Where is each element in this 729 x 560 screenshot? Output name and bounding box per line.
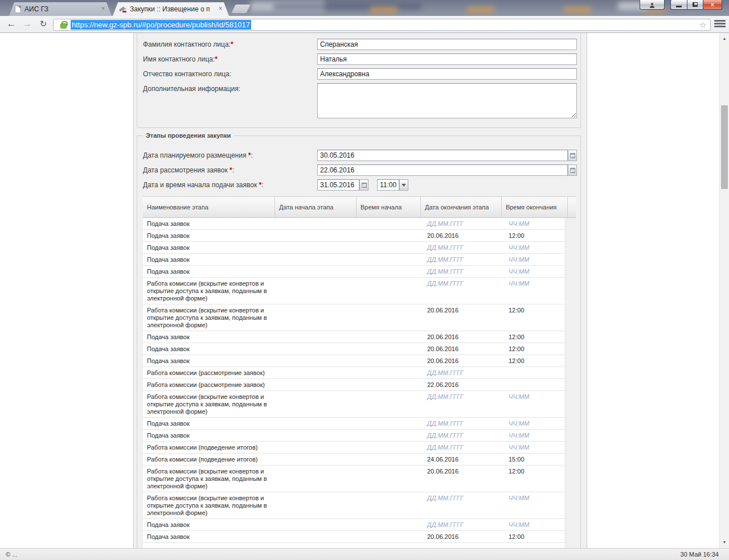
vertical-scrollbar[interactable]: ▲ ▼ bbox=[719, 33, 729, 548]
start-date-cell bbox=[276, 355, 358, 367]
start-time-cell bbox=[358, 519, 423, 530]
table-row[interactable]: Подача заявок ДД.ММ.ГГГГ ЧЧ:ММ bbox=[143, 254, 564, 266]
forward-button[interactable]: → bbox=[21, 17, 34, 31]
window-controls: × bbox=[640, 0, 722, 10]
tab-ais-gz[interactable]: АИС ГЗ × bbox=[9, 2, 112, 16]
back-button[interactable]: ← bbox=[5, 17, 18, 31]
new-tab-button[interactable] bbox=[232, 5, 251, 13]
column-header[interactable]: Дата окончания этапа bbox=[421, 197, 502, 217]
start-time-cell bbox=[358, 278, 423, 304]
firstname-field[interactable] bbox=[317, 53, 577, 65]
table-row[interactable]: Работа комиссии (вскрытие конвертов и от… bbox=[143, 391, 564, 418]
column-header[interactable]: Время начала bbox=[357, 197, 421, 217]
address-bar[interactable]: https://new.gz-spb.ru/#po/procedure/publ… bbox=[53, 19, 711, 31]
close-icon: × bbox=[711, 2, 714, 8]
window-titlebar: АИС ГЗ × Закупки :: Извещение о п × × bbox=[0, 0, 729, 16]
stage-name-cell: Работа комиссии (подведение итогов) bbox=[143, 442, 276, 453]
start-date-cell bbox=[276, 266, 358, 277]
table-row[interactable] bbox=[143, 543, 564, 548]
table-row[interactable]: Подача заявок ДД.ММ.ГГГГ ЧЧ:ММ bbox=[143, 242, 564, 254]
end-date-cell: ДД.ММ.ГГГГ bbox=[423, 418, 505, 429]
table-row[interactable]: Подача заявок 20.06.2016 12:00 bbox=[143, 331, 564, 343]
scroll-down-icon[interactable]: ▼ bbox=[720, 538, 729, 547]
calendar-trigger-button[interactable] bbox=[568, 150, 577, 161]
start-time-cell bbox=[358, 391, 423, 417]
end-date-cell bbox=[423, 543, 505, 548]
chevron-down-icon bbox=[402, 184, 406, 187]
scroll-up-icon[interactable]: ▲ bbox=[720, 34, 729, 43]
stage-name-cell: Подача заявок bbox=[143, 218, 276, 229]
table-row[interactable]: Подача заявок 20.06.2016 12:00 bbox=[143, 230, 564, 242]
end-time-cell: ЧЧ:ММ bbox=[505, 391, 564, 417]
middlename-field[interactable] bbox=[317, 68, 577, 80]
calendar-trigger-button[interactable] bbox=[359, 179, 368, 191]
lastname-field[interactable] bbox=[317, 39, 577, 50]
table-row[interactable]: Работа комиссии (вскрытие конвертов и от… bbox=[143, 304, 564, 331]
tab-close-icon[interactable]: × bbox=[216, 5, 224, 13]
start-date-cell bbox=[276, 331, 358, 343]
table-row[interactable]: Подача заявок ДД.ММ.ГГГГ ЧЧ:ММ bbox=[143, 519, 564, 531]
table-row[interactable]: Работа комиссии (вскрытие конвертов и от… bbox=[143, 492, 564, 519]
column-header[interactable]: Наименование этапа bbox=[143, 197, 275, 217]
stage-name-cell: Подача заявок bbox=[143, 430, 276, 441]
column-header[interactable]: Время окончания bbox=[502, 197, 568, 217]
maximize-button[interactable] bbox=[687, 0, 703, 10]
tab-close-icon[interactable]: × bbox=[99, 5, 107, 13]
stage-name-cell: Подача заявок bbox=[143, 230, 276, 241]
table-row[interactable]: Подача заявок ДД.ММ.ГГГГ ЧЧ:ММ bbox=[143, 418, 564, 430]
close-window-button[interactable]: × bbox=[703, 0, 722, 10]
field-label: Имя контактного лица:* bbox=[143, 55, 218, 63]
table-row[interactable]: Подача заявок 20.06.2016 12:00 bbox=[143, 355, 564, 367]
start-time-cell bbox=[358, 442, 423, 453]
start-time-cell bbox=[358, 418, 423, 429]
end-date-cell: ДД.ММ.ГГГГ bbox=[423, 391, 505, 417]
bookmark-star-icon[interactable]: ☆ bbox=[699, 20, 708, 30]
time-dropdown-button[interactable] bbox=[399, 179, 408, 191]
table-row[interactable]: Подача заявок ДД.ММ.ГГГГ ЧЧ:ММ bbox=[143, 430, 564, 442]
column-header[interactable]: Дата начала этапа bbox=[275, 197, 357, 217]
table-row[interactable]: Работа комиссии (подведение итогов) ДД.М… bbox=[143, 442, 564, 454]
profile-button[interactable] bbox=[640, 0, 665, 10]
end-time-cell bbox=[505, 379, 564, 390]
browser-toolbar: ← → ↻ https://new.gz-spb.ru/#po/procedur… bbox=[0, 16, 729, 33]
reload-button[interactable]: ↻ bbox=[36, 17, 50, 31]
gavel-favicon-icon bbox=[118, 5, 126, 13]
planned-placement-date-field[interactable] bbox=[317, 150, 568, 161]
calendar-icon bbox=[362, 183, 367, 188]
calendar-trigger-button[interactable] bbox=[568, 164, 577, 176]
stage-name-cell: Работа комиссии (подведение итогов) bbox=[143, 454, 276, 465]
start-time-select[interactable] bbox=[377, 179, 399, 191]
table-row[interactable]: Подача заявок 20.06.2016 12:00 bbox=[143, 343, 564, 355]
start-date-cell bbox=[276, 531, 358, 542]
titlebar-blur-artifact bbox=[467, 6, 494, 14]
table-row[interactable]: Работа комиссии (подведение итогов) 24.0… bbox=[143, 454, 564, 466]
end-time-cell: 12:00 bbox=[505, 466, 564, 492]
table-row[interactable]: Подача заявок 20.06.2016 12:00 bbox=[143, 531, 564, 543]
review-date-field[interactable] bbox=[317, 164, 568, 176]
table-row[interactable]: Работа комиссии (вскрытие конвертов и от… bbox=[143, 278, 564, 304]
additional-info-field[interactable] bbox=[317, 83, 577, 118]
form-panel: Фамилия контактного лица:* Имя контактно… bbox=[133, 33, 587, 548]
url-text-selected[interactable]: https://new.gz-spb.ru/#po/procedure/publ… bbox=[71, 20, 251, 30]
end-date-cell: 20.06.2016 bbox=[423, 304, 505, 331]
table-row[interactable]: Подача заявок ДД.ММ.ГГГГ ЧЧ:ММ bbox=[143, 218, 564, 230]
end-time-cell: ЧЧ:ММ bbox=[505, 430, 564, 441]
start-date-cell bbox=[276, 492, 358, 518]
end-time-cell: 12:00 bbox=[505, 343, 564, 355]
end-date-cell: 20.06.2016 bbox=[423, 331, 505, 343]
minimize-button[interactable] bbox=[670, 0, 687, 10]
stage-name-cell: Подача заявок bbox=[143, 254, 276, 265]
menu-hamburger-icon[interactable] bbox=[714, 20, 726, 29]
start-time-cell bbox=[358, 304, 423, 331]
stage-name-cell: Подача заявок bbox=[143, 355, 276, 367]
scrollbar-thumb[interactable] bbox=[721, 105, 728, 189]
table-row[interactable]: Работа комиссии (рассмотрение заявок) 22… bbox=[143, 379, 564, 391]
start-date-field[interactable] bbox=[317, 179, 359, 191]
end-time-cell: ЧЧ:ММ bbox=[505, 442, 564, 453]
tab-zakupki-active[interactable]: Закупки :: Извещение о п × bbox=[113, 2, 229, 16]
table-row[interactable]: Работа комиссии (рассмотрение заявок) ДД… bbox=[143, 367, 564, 379]
table-row[interactable]: Работа комиссии (вскрытие конвертов и от… bbox=[143, 466, 564, 492]
end-time-cell: ЧЧ:ММ bbox=[505, 492, 564, 518]
table-row[interactable]: Подача заявок ДД.ММ.ГГГГ ЧЧ:ММ bbox=[143, 266, 564, 278]
end-time-cell: 12:00 bbox=[505, 304, 564, 331]
